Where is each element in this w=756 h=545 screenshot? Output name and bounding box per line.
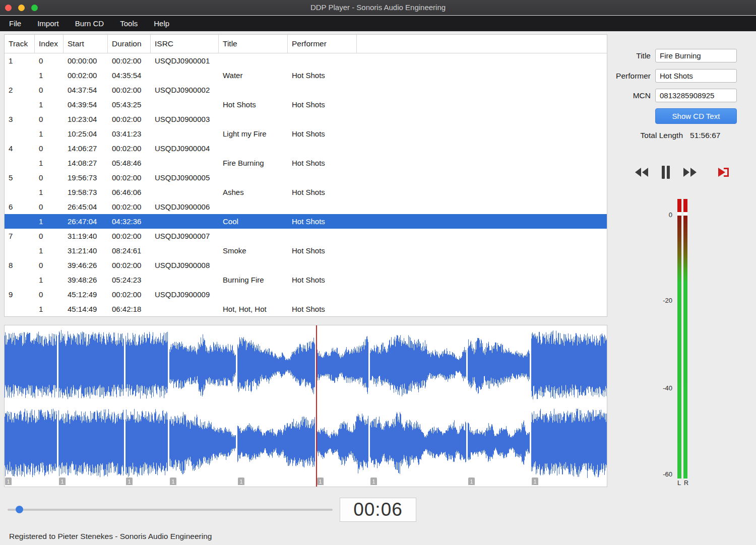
cell-index: 1 [35, 100, 64, 109]
cell-start: 04:39:54 [64, 100, 108, 109]
index-marker: 1 [126, 478, 133, 485]
table-row[interactable]: 145:14:4906:42:18Hot, Hot, HotHot Shots [5, 302, 607, 316]
column-header-title[interactable]: Title [219, 35, 288, 53]
table-row[interactable]: 8039:46:2600:02:00USQDJ0900008 [5, 258, 607, 272]
cell-title: Ashes [219, 188, 288, 196]
total-length-label: Total Length [641, 131, 683, 140]
zoom-button[interactable] [31, 5, 38, 11]
performer-label: Performer [606, 72, 651, 81]
table-row[interactable]: 139:48:2605:24:23Burning FireHot Shots [5, 272, 607, 287]
column-header-filler [357, 35, 607, 53]
table-row[interactable]: 114:08:2705:48:46Fire BurningHot Shots [5, 156, 607, 170]
level-meter: 0-20-40-60 L R [658, 199, 694, 491]
title-input[interactable] [655, 49, 737, 62]
cell-track: 4 [5, 144, 35, 153]
menu-help[interactable]: Help [146, 16, 177, 31]
table-row[interactable]: 4014:06:2700:02:00USQDJ0900004 [5, 141, 607, 156]
rewind-button[interactable] [634, 167, 649, 178]
cell-index: 1 [35, 217, 64, 226]
table-row[interactable]: 110:25:0403:41:23Light my FireHot Shots [5, 126, 607, 141]
column-header-duration[interactable]: Duration [108, 35, 151, 53]
cell-index: 0 [35, 202, 64, 211]
index-marker: 1 [370, 478, 377, 485]
cell-isrc: USQDJ0900007 [151, 232, 219, 240]
meter-scale-label: 0 [658, 211, 672, 219]
fast-forward-button[interactable] [682, 167, 698, 178]
cell-title: Smoke [219, 246, 288, 255]
cell-isrc: USQDJ0900009 [151, 290, 219, 299]
cell-index: 0 [35, 56, 64, 65]
cell-duration: 00:02:00 [108, 290, 151, 299]
cell-track: 3 [5, 115, 35, 123]
cell-index: 1 [35, 129, 64, 138]
cell-start: 45:12:49 [64, 290, 108, 299]
index-marker: 1 [238, 478, 244, 485]
cell-title: Water [219, 71, 288, 80]
cell-start: 00:02:00 [64, 71, 108, 80]
cell-track: 7 [5, 232, 35, 240]
table-row[interactable]: 3010:23:0400:02:00USQDJ0900003 [5, 112, 607, 126]
time-display: 00:06 [340, 498, 416, 522]
cell-duration: 04:32:36 [108, 217, 151, 226]
table-row[interactable]: 2004:37:5400:02:00USQDJ0900002 [5, 83, 607, 97]
table-row[interactable]: 7031:19:4000:02:00USQDJ0900007 [5, 229, 607, 243]
waveform-canvas[interactable] [5, 325, 607, 487]
table-row[interactable]: 119:58:7306:46:06AshesHot Shots [5, 185, 607, 199]
column-header-isrc[interactable]: ISRC [151, 35, 219, 53]
mcn-input[interactable] [655, 89, 737, 102]
table-row[interactable]: 104:39:5405:43:25Hot ShotsHot Shots [5, 97, 607, 112]
cell-performer: Hot Shots [288, 100, 357, 109]
menu-import[interactable]: Import [29, 16, 67, 31]
table-row[interactable]: 131:21:4008:24:61SmokeHot Shots [5, 243, 607, 258]
index-marker: 1 [5, 478, 12, 485]
table-row[interactable]: 100:02:0004:35:54WaterHot Shots [5, 68, 607, 83]
seek-slider[interactable] [8, 509, 333, 511]
menu-tools[interactable]: Tools [112, 16, 146, 31]
column-header-track[interactable]: Track [5, 35, 35, 53]
column-header-performer[interactable]: Performer [288, 35, 357, 53]
column-header-start[interactable]: Start [64, 35, 108, 53]
meter-scale-label: -20 [658, 297, 672, 304]
minimize-button[interactable] [18, 5, 25, 11]
meter-bar-right [683, 199, 687, 479]
pause-button[interactable] [661, 166, 670, 179]
menu-burn-cd[interactable]: Burn CD [67, 16, 112, 31]
cell-index: 0 [35, 290, 64, 299]
table-row[interactable]: 5019:56:7300:02:00USQDJ0900005 [5, 170, 607, 185]
table-row[interactable]: 1000:00:0000:02:00USQDJ0900001 [5, 53, 607, 68]
seek-slider-thumb[interactable] [16, 506, 23, 513]
cell-duration: 00:02:00 [108, 115, 151, 123]
performer-input[interactable] [655, 69, 737, 83]
cell-index: 1 [35, 246, 64, 255]
title-label: Title [606, 51, 651, 60]
column-header-index[interactable]: Index [35, 35, 64, 53]
cell-duration: 06:46:06 [108, 188, 151, 196]
play-to-marker-button[interactable] [717, 166, 731, 178]
cell-performer: Hot Shots [288, 305, 357, 313]
cell-isrc: USQDJ0900004 [151, 144, 219, 153]
cell-title: Hot Shots [219, 100, 288, 109]
table-row[interactable]: 126:47:0404:32:36CoolHot Shots [5, 214, 607, 229]
table-row[interactable]: 9045:12:4900:02:00USQDJ0900009 [5, 287, 607, 302]
show-cd-text-button[interactable]: Show CD Text [655, 108, 737, 124]
cell-duration: 04:35:54 [108, 71, 151, 80]
cell-start: 45:14:49 [64, 305, 108, 313]
cell-index: 1 [35, 305, 64, 313]
cell-start: 00:00:00 [64, 56, 108, 65]
cell-duration: 06:42:18 [108, 305, 151, 313]
index-marker: 1 [317, 478, 324, 485]
cell-start: 19:58:73 [64, 188, 108, 196]
cell-performer: Hot Shots [288, 246, 357, 255]
playhead-cursor [316, 325, 317, 487]
close-button[interactable] [5, 5, 12, 11]
cell-isrc: USQDJ0900006 [151, 202, 219, 211]
cell-index: 0 [35, 232, 64, 240]
cell-isrc: USQDJ0900008 [151, 261, 219, 269]
cell-performer: Hot Shots [288, 129, 357, 138]
cell-index: 1 [35, 276, 64, 284]
menu-file[interactable]: File [1, 16, 29, 31]
cell-title: Light my Fire [219, 129, 288, 138]
waveform-panel[interactable]: 111111111 [4, 325, 607, 487]
table-row[interactable]: 6026:45:0400:02:00USQDJ0900006 [5, 199, 607, 214]
cell-start: 39:46:26 [64, 261, 108, 269]
